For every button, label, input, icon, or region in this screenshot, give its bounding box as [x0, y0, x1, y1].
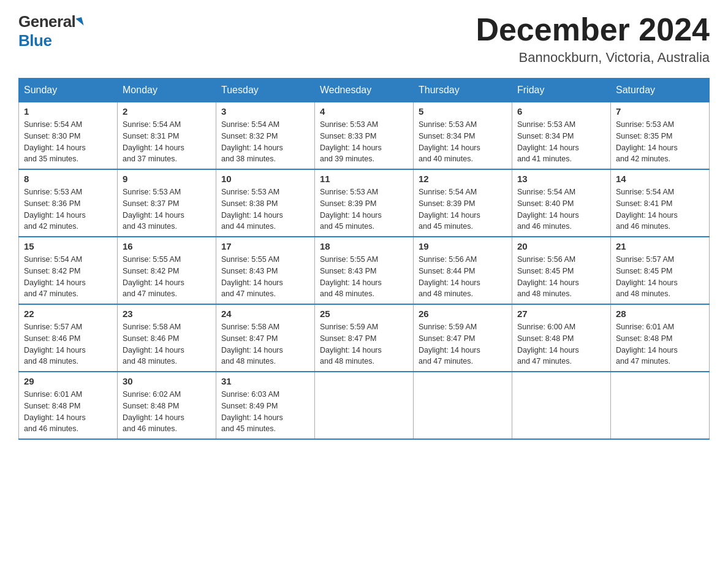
- day-number: 23: [123, 308, 211, 319]
- calendar-cell: 6Sunrise: 5:53 AMSunset: 8:34 PMDaylight…: [512, 102, 611, 170]
- day-number: 22: [24, 308, 112, 319]
- day-info: Sunrise: 5:54 AMSunset: 8:32 PMDaylight:…: [221, 119, 309, 165]
- day-info: Sunrise: 5:53 AMSunset: 8:36 PMDaylight:…: [24, 186, 112, 232]
- day-number: 10: [221, 174, 309, 184]
- day-number: 16: [123, 241, 211, 251]
- day-header-wednesday: Wednesday: [315, 79, 414, 102]
- calendar-cell: 27Sunrise: 6:00 AMSunset: 8:48 PMDayligh…: [512, 304, 611, 372]
- day-number: 14: [616, 174, 704, 184]
- calendar-cell: 13Sunrise: 5:54 AMSunset: 8:40 PMDayligh…: [512, 169, 611, 237]
- calendar-cell: 11Sunrise: 5:53 AMSunset: 8:39 PMDayligh…: [315, 169, 414, 237]
- logo-blue-text: Blue: [18, 31, 51, 50]
- day-header-sunday: Sunday: [19, 79, 118, 102]
- calendar-cell: 31Sunrise: 6:03 AMSunset: 8:49 PMDayligh…: [216, 372, 315, 439]
- day-info: Sunrise: 5:55 AMSunset: 8:43 PMDaylight:…: [221, 254, 309, 300]
- calendar-cell: 14Sunrise: 5:54 AMSunset: 8:41 PMDayligh…: [611, 169, 710, 237]
- calendar-cell: 7Sunrise: 5:53 AMSunset: 8:35 PMDaylight…: [611, 102, 710, 170]
- day-info: Sunrise: 5:57 AMSunset: 8:46 PMDaylight:…: [24, 321, 112, 367]
- calendar-cell: 25Sunrise: 5:59 AMSunset: 8:47 PMDayligh…: [315, 304, 414, 372]
- day-info: Sunrise: 5:54 AMSunset: 8:39 PMDaylight:…: [419, 186, 507, 232]
- day-info: Sunrise: 5:54 AMSunset: 8:31 PMDaylight:…: [123, 119, 211, 165]
- day-number: 6: [517, 106, 605, 117]
- calendar-cell: 9Sunrise: 5:53 AMSunset: 8:37 PMDaylight…: [118, 169, 216, 237]
- calendar-cell: 29Sunrise: 6:01 AMSunset: 8:48 PMDayligh…: [19, 372, 118, 439]
- calendar-cell: 3Sunrise: 5:54 AMSunset: 8:32 PMDaylight…: [216, 102, 315, 170]
- logo: General Blue: [18, 12, 83, 50]
- day-info: Sunrise: 5:53 AMSunset: 8:33 PMDaylight:…: [320, 119, 408, 165]
- calendar-cell: 12Sunrise: 5:54 AMSunset: 8:39 PMDayligh…: [414, 169, 512, 237]
- day-info: Sunrise: 5:54 AMSunset: 8:30 PMDaylight:…: [24, 119, 112, 165]
- calendar-cell: [512, 372, 611, 439]
- calendar-cell: [611, 372, 710, 439]
- day-header-saturday: Saturday: [611, 79, 710, 102]
- day-number: 11: [320, 174, 408, 184]
- day-number: 28: [616, 308, 704, 319]
- day-header-tuesday: Tuesday: [216, 79, 315, 102]
- calendar-cell: 2Sunrise: 5:54 AMSunset: 8:31 PMDaylight…: [118, 102, 216, 170]
- day-number: 20: [517, 241, 605, 251]
- day-info: Sunrise: 5:56 AMSunset: 8:44 PMDaylight:…: [419, 254, 507, 300]
- day-number: 13: [517, 174, 605, 184]
- day-number: 19: [419, 241, 507, 251]
- calendar-cell: 26Sunrise: 5:59 AMSunset: 8:47 PMDayligh…: [414, 304, 512, 372]
- day-info: Sunrise: 5:55 AMSunset: 8:43 PMDaylight:…: [320, 254, 408, 300]
- calendar-week-3: 15Sunrise: 5:54 AMSunset: 8:42 PMDayligh…: [19, 237, 710, 304]
- calendar-week-4: 22Sunrise: 5:57 AMSunset: 8:46 PMDayligh…: [19, 304, 710, 372]
- calendar-week-5: 29Sunrise: 6:01 AMSunset: 8:48 PMDayligh…: [19, 372, 710, 439]
- day-number: 30: [123, 376, 211, 386]
- day-info: Sunrise: 5:59 AMSunset: 8:47 PMDaylight:…: [419, 321, 507, 367]
- calendar-cell: 18Sunrise: 5:55 AMSunset: 8:43 PMDayligh…: [315, 237, 414, 304]
- day-info: Sunrise: 5:53 AMSunset: 8:39 PMDaylight:…: [320, 186, 408, 232]
- calendar-cell: 28Sunrise: 6:01 AMSunset: 8:48 PMDayligh…: [611, 304, 710, 372]
- day-number: 3: [221, 106, 309, 117]
- day-number: 2: [123, 106, 211, 117]
- calendar-cell: 22Sunrise: 5:57 AMSunset: 8:46 PMDayligh…: [19, 304, 118, 372]
- calendar-week-2: 8Sunrise: 5:53 AMSunset: 8:36 PMDaylight…: [19, 169, 710, 237]
- logo-general-text: General: [18, 12, 75, 31]
- calendar-cell: 23Sunrise: 5:58 AMSunset: 8:46 PMDayligh…: [118, 304, 216, 372]
- day-info: Sunrise: 5:54 AMSunset: 8:40 PMDaylight:…: [517, 186, 605, 232]
- calendar-cell: [414, 372, 512, 439]
- day-info: Sunrise: 5:53 AMSunset: 8:38 PMDaylight:…: [221, 186, 309, 232]
- day-number: 17: [221, 241, 309, 251]
- day-info: Sunrise: 5:58 AMSunset: 8:46 PMDaylight:…: [123, 321, 211, 367]
- day-number: 5: [419, 106, 507, 117]
- day-header-monday: Monday: [118, 79, 216, 102]
- calendar-cell: 21Sunrise: 5:57 AMSunset: 8:45 PMDayligh…: [611, 237, 710, 304]
- day-info: Sunrise: 5:54 AMSunset: 8:42 PMDaylight:…: [24, 254, 112, 300]
- day-number: 26: [419, 308, 507, 319]
- month-title: December 2024: [476, 12, 710, 47]
- day-info: Sunrise: 5:54 AMSunset: 8:41 PMDaylight:…: [616, 186, 704, 232]
- calendar-week-1: 1Sunrise: 5:54 AMSunset: 8:30 PMDaylight…: [19, 102, 710, 170]
- day-number: 29: [24, 376, 112, 386]
- day-number: 25: [320, 308, 408, 319]
- calendar-cell: 10Sunrise: 5:53 AMSunset: 8:38 PMDayligh…: [216, 169, 315, 237]
- day-info: Sunrise: 6:00 AMSunset: 8:48 PMDaylight:…: [517, 321, 605, 367]
- calendar-cell: 16Sunrise: 5:55 AMSunset: 8:42 PMDayligh…: [118, 237, 216, 304]
- day-info: Sunrise: 6:03 AMSunset: 8:49 PMDaylight:…: [221, 389, 309, 435]
- day-info: Sunrise: 5:58 AMSunset: 8:47 PMDaylight:…: [221, 321, 309, 367]
- day-number: 21: [616, 241, 704, 251]
- day-info: Sunrise: 6:01 AMSunset: 8:48 PMDaylight:…: [24, 389, 112, 435]
- day-number: 24: [221, 308, 309, 319]
- day-number: 9: [123, 174, 211, 184]
- calendar-cell: 1Sunrise: 5:54 AMSunset: 8:30 PMDaylight…: [19, 102, 118, 170]
- calendar-cell: 4Sunrise: 5:53 AMSunset: 8:33 PMDaylight…: [315, 102, 414, 170]
- calendar-cell: 17Sunrise: 5:55 AMSunset: 8:43 PMDayligh…: [216, 237, 315, 304]
- day-info: Sunrise: 5:53 AMSunset: 8:34 PMDaylight:…: [419, 119, 507, 165]
- calendar-cell: 20Sunrise: 5:56 AMSunset: 8:45 PMDayligh…: [512, 237, 611, 304]
- calendar-table: SundayMondayTuesdayWednesdayThursdayFrid…: [18, 78, 710, 440]
- calendar-cell: 19Sunrise: 5:56 AMSunset: 8:44 PMDayligh…: [414, 237, 512, 304]
- day-info: Sunrise: 5:53 AMSunset: 8:37 PMDaylight:…: [123, 186, 211, 232]
- calendar-cell: [315, 372, 414, 439]
- day-number: 12: [419, 174, 507, 184]
- day-number: 1: [24, 106, 112, 117]
- title-section: December 2024 Bannockburn, Victoria, Aus…: [476, 12, 710, 66]
- day-info: Sunrise: 5:55 AMSunset: 8:42 PMDaylight:…: [123, 254, 211, 300]
- location: Bannockburn, Victoria, Australia: [476, 50, 710, 66]
- day-info: Sunrise: 5:59 AMSunset: 8:47 PMDaylight:…: [320, 321, 408, 367]
- calendar-cell: 5Sunrise: 5:53 AMSunset: 8:34 PMDaylight…: [414, 102, 512, 170]
- day-header-thursday: Thursday: [414, 79, 512, 102]
- logo-arrow-icon: [76, 17, 84, 26]
- day-info: Sunrise: 6:02 AMSunset: 8:48 PMDaylight:…: [123, 389, 211, 435]
